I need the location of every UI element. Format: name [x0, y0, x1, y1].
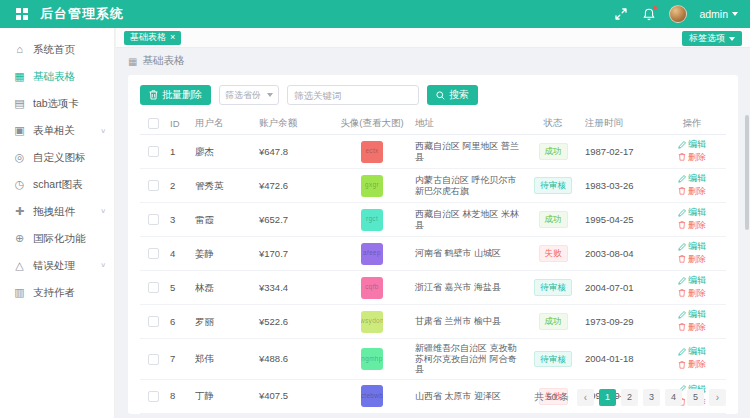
cell-id: 2 [166, 169, 191, 203]
delete-button[interactable]: 删除 [678, 254, 706, 265]
next-page-button[interactable]: › [709, 389, 726, 406]
delete-button[interactable]: 删除 [678, 220, 706, 231]
sidebar-item-donate[interactable]: ▥ 支持作者 ∨ [0, 279, 114, 306]
delete-button[interactable]: 删除 [678, 322, 706, 333]
trash-icon [678, 255, 686, 263]
sidebar-item-table[interactable]: ▦ 基础表格 ∨ [0, 63, 114, 90]
chevron-down-icon [729, 37, 735, 41]
sidebar-item-label: 错误处理 [33, 259, 75, 273]
form-icon: ▣ [13, 125, 26, 136]
batch-delete-button[interactable]: 批量删除 [140, 85, 211, 105]
page-button-1[interactable]: 1 [599, 389, 616, 406]
edit-button[interactable]: 编辑 [678, 346, 706, 357]
row-checkbox[interactable] [148, 354, 159, 365]
menu-grid-icon[interactable] [14, 6, 30, 22]
fullscreen-icon[interactable] [613, 6, 629, 22]
document-icon: ▤ [13, 98, 26, 109]
cell-actions: 编辑 删除 [658, 135, 726, 169]
row-checkbox[interactable] [148, 316, 159, 327]
prev-page-button[interactable]: ‹ [577, 389, 594, 406]
edit-button[interactable]: 编辑 [678, 309, 706, 320]
sidebar-item-i18n[interactable]: ⊕ 国际化功能 ∨ [0, 225, 114, 252]
search-button[interactable]: 搜索 [427, 85, 478, 105]
sidebar-item-label: 基础表格 [33, 70, 75, 84]
status-badge: 成功 [539, 143, 568, 160]
row-checkbox[interactable] [148, 146, 159, 157]
avatar-thumbnail[interactable]: cqfb [361, 277, 383, 299]
cell-address: 西藏自治区 阿里地区 普兰县 [411, 135, 525, 169]
cell-address: 河南省 鹤壁市 山城区 [411, 237, 525, 271]
cell-address: 甘肃省 兰州市 榆中县 [411, 305, 525, 339]
status-badge: 失败 [539, 245, 568, 262]
col-header-address: 地址 [411, 113, 525, 135]
row-checkbox[interactable] [148, 282, 159, 293]
table-row: 6 罗丽 ¥522.6 wsydon 甘肃省 兰州市 榆中县 成功 1973-0… [140, 305, 726, 339]
trash-icon [678, 187, 686, 195]
sidebar: ⌂ 系统首页 ∨ ▦ 基础表格 ∨ ▤ tab选项卡 ∨ ▣ 表单相关 ∨ ◎ … [0, 28, 115, 418]
scrollbar-thumb[interactable] [745, 115, 749, 230]
sidebar-item-tabs[interactable]: ▤ tab选项卡 ∨ [0, 90, 114, 117]
edit-button[interactable]: 编辑 [678, 241, 706, 252]
status-badge: 待审核 [534, 279, 572, 296]
page-button-4[interactable]: 4 [665, 389, 682, 406]
notification-bell-icon[interactable] [641, 6, 657, 22]
delete-button[interactable]: 删除 [678, 359, 706, 370]
user-avatar[interactable] [669, 5, 687, 23]
cell-regtime: 1983-03-26 [581, 169, 658, 203]
avatar-thumbnail[interactable]: ectx [361, 141, 383, 163]
avatar-thumbnail[interactable]: rgct [361, 209, 383, 231]
keyword-input[interactable] [287, 85, 419, 105]
pagination: 共 50 条 ‹ 12345 › [140, 389, 726, 408]
cell-regtime: 2004-01-18 [581, 339, 658, 380]
avatar-thumbnail[interactable]: ngmhp [361, 348, 383, 370]
table-row: 9 潘霞 ¥921.2 wgvxht 上海 上海市 黄浦区 失败 2011-05… [140, 413, 726, 418]
cell-balance: ¥472.6 [255, 169, 333, 203]
user-menu[interactable]: admin [699, 8, 738, 20]
edit-button[interactable]: 编辑 [678, 275, 706, 286]
page-button-3[interactable]: 3 [643, 389, 660, 406]
avatar-thumbnail[interactable]: afeep [361, 243, 383, 265]
sidebar-item-form[interactable]: ▣ 表单相关 ∨ [0, 117, 114, 144]
sidebar-item-label: 支持作者 [33, 286, 75, 300]
tag-options-label: 标签选项 [689, 32, 725, 45]
close-icon[interactable]: × [170, 33, 175, 42]
sidebar-item-label: 国际化功能 [33, 232, 86, 246]
cell-id: 5 [166, 271, 191, 305]
pencil-icon [678, 277, 686, 285]
avatar-thumbnail[interactable]: gxgr [361, 175, 383, 197]
avatar-thumbnail[interactable]: wsydon [361, 311, 383, 333]
province-select[interactable]: 筛选省份 [219, 85, 279, 105]
sidebar-item-error[interactable]: △ 错误处理 ∨ [0, 252, 114, 279]
row-checkbox[interactable] [148, 248, 159, 259]
cell-username: 雷霞 [191, 203, 255, 237]
sidebar-item-icons[interactable]: ◎ 自定义图标 ∨ [0, 144, 114, 171]
sidebar-item-label: 表单相关 [33, 124, 75, 138]
cell-regtime: 2004-07-01 [581, 271, 658, 305]
row-checkbox[interactable] [148, 214, 159, 225]
pencil-icon [678, 141, 686, 149]
sidebar-item-home[interactable]: ⌂ 系统首页 ∨ [0, 36, 114, 63]
select-all-checkbox[interactable] [148, 118, 159, 129]
page-button-5[interactable]: 5 [687, 389, 704, 406]
cell-username: 郑伟 [191, 339, 255, 380]
edit-button[interactable]: 编辑 [678, 139, 706, 150]
table-row: 4 姜静 ¥170.7 afeep 河南省 鹤壁市 山城区 失败 2003-08… [140, 237, 726, 271]
row-checkbox[interactable] [148, 180, 159, 191]
delete-button[interactable]: 删除 [678, 186, 706, 197]
pencil-icon [678, 243, 686, 251]
edit-button[interactable]: 编辑 [678, 173, 706, 184]
delete-button[interactable]: 删除 [678, 152, 706, 163]
col-header-regtime: 注册时间 [581, 113, 658, 135]
page-button-2[interactable]: 2 [621, 389, 638, 406]
delete-button[interactable]: 删除 [678, 288, 706, 299]
cell-address: 浙江省 嘉兴市 海盐县 [411, 271, 525, 305]
tab-basic-table[interactable]: 基础表格 × [124, 31, 181, 45]
trash-icon [678, 361, 686, 369]
cell-regtime: 1973-09-29 [581, 305, 658, 339]
sidebar-item-drag[interactable]: ✚ 拖拽组件 ∨ [0, 198, 114, 225]
tag-options-button[interactable]: 标签选项 [682, 31, 742, 46]
sidebar-item-schart[interactable]: ◷ schart图表 ∨ [0, 171, 114, 198]
edit-button[interactable]: 编辑 [678, 207, 706, 218]
cell-id: 9 [166, 413, 191, 418]
cell-address: 上海 上海市 黄浦区 [411, 413, 525, 418]
